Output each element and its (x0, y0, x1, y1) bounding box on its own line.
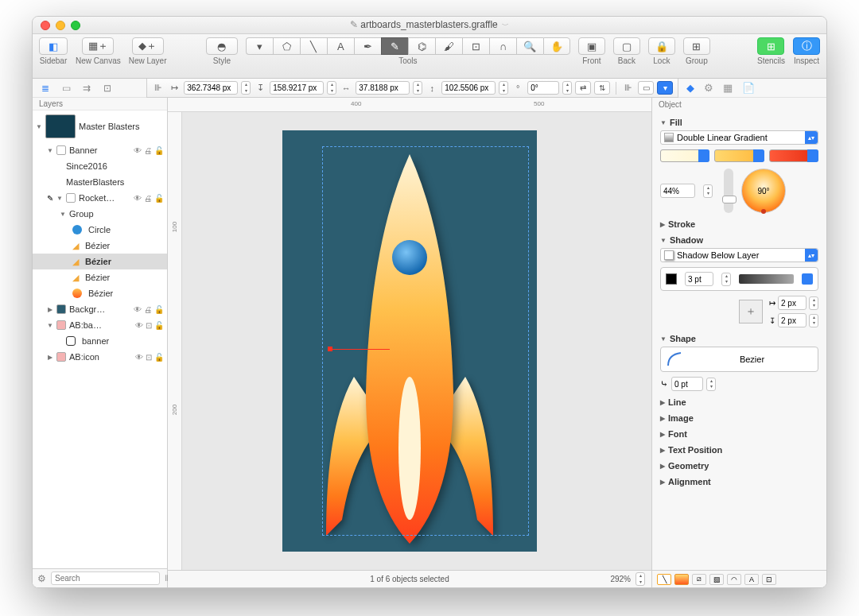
stamp-tool[interactable]: ⊡ (462, 37, 489, 55)
style-shadow-icon[interactable]: ▧ (709, 574, 724, 585)
fill-header[interactable]: ▼Fill (660, 118, 818, 127)
visibility-icon[interactable]: 👁 (134, 146, 142, 155)
font-header[interactable]: ▶Font (660, 429, 818, 439)
stencils-button[interactable]: ⊞ (757, 37, 784, 55)
textpos-header[interactable]: ▶Text Position (660, 445, 818, 455)
selection-tool[interactable]: ▾ (246, 37, 273, 55)
gear-icon[interactable]: ⚙ (37, 573, 46, 584)
group-button[interactable]: ⊞ (683, 37, 710, 55)
layer-row[interactable]: Circle (33, 222, 167, 238)
flip-h-button[interactable]: ⇄ (575, 81, 591, 95)
grid-button[interactable]: ▾ (657, 81, 673, 95)
disclosure-icon[interactable]: ▼ (56, 195, 63, 202)
alignment-header[interactable]: ▶Alignment (660, 477, 818, 486)
hand-tool[interactable]: ✋ (543, 37, 570, 55)
magnet-tool[interactable]: ∩ (489, 37, 516, 55)
selection-tab-icon[interactable]: ⊡ (101, 82, 114, 95)
chevron-down-icon[interactable]: ﹀ (502, 21, 509, 29)
document-tab-icon[interactable]: 📄 (742, 82, 755, 94)
disclosure-icon[interactable]: ▼ (47, 147, 53, 154)
bezier-point[interactable] (328, 347, 332, 351)
layer-row[interactable]: ◢Bézier (33, 269, 167, 285)
bezier-handle[interactable] (330, 349, 390, 351)
style-nofill-icon[interactable]: ⧄ (692, 574, 706, 585)
x-input[interactable] (184, 81, 238, 95)
gradient-stop-1[interactable] (660, 149, 709, 162)
gradient-stop-3[interactable] (769, 149, 818, 162)
style-image-icon[interactable]: ⊡ (762, 574, 776, 585)
layer-row-backgr[interactable]: ▶ Backgr… 👁🖨🔓 (33, 301, 167, 317)
layer-row-selected[interactable]: ◢Bézier (33, 254, 167, 269)
snap-button[interactable]: ▭ (638, 81, 654, 95)
shadow-header[interactable]: ▼Shadow (660, 235, 818, 245)
canvas-tab-icon[interactable]: ▦ (723, 82, 733, 94)
lock-icon[interactable]: 🔓 (154, 146, 164, 155)
y-input[interactable] (270, 81, 324, 95)
shape-tool[interactable]: ⬠ (273, 37, 300, 55)
inspect-button[interactable]: ⓘ (793, 37, 820, 55)
outline-tab-icon[interactable]: ▭ (60, 82, 72, 95)
layer-row-abicon[interactable]: ▶ AB:icon 👁⊡🔓 (33, 349, 167, 365)
y-stepper[interactable]: ▴▾ (327, 81, 336, 95)
layer-row[interactable]: ◢Bézier (33, 238, 167, 254)
shadow-x-input[interactable] (778, 296, 807, 310)
angle-wheel[interactable]: 90° (741, 169, 786, 213)
zoom-tool[interactable]: 🔍 (516, 37, 543, 55)
layer-row[interactable]: banner (33, 333, 167, 349)
print-icon[interactable]: 🖨 (144, 194, 152, 203)
layer-row-banner[interactable]: ▼ Banner 👁🖨🔓 (33, 142, 167, 158)
properties-tab-icon[interactable]: ⚙ (704, 82, 713, 94)
width-input[interactable] (356, 81, 410, 95)
layers-tab-icon[interactable]: ≣ (39, 82, 52, 95)
shadow-radius-stepper[interactable]: ▴▾ (721, 273, 731, 286)
stroke-header[interactable]: ▶Stroke (660, 219, 818, 229)
new-layer-button[interactable]: ◆＋ (132, 37, 164, 55)
image-header[interactable]: ▶Image (660, 413, 818, 423)
layer-row[interactable]: Bézier (33, 285, 167, 301)
layer-row-rocket[interactable]: ✎ ▼ Rocket… 👁🖨🔓 (33, 190, 167, 206)
shape-well[interactable]: Bezier (660, 347, 818, 372)
text-tool[interactable]: A (327, 37, 354, 55)
artboard[interactable] (282, 130, 537, 552)
layer-row-abba[interactable]: ▼ AB:ba… 👁⊡🔓 (33, 317, 167, 333)
new-canvas-button[interactable]: ▦＋ (82, 37, 114, 55)
shadow-radius-input[interactable] (685, 272, 713, 286)
blend-stepper[interactable]: ▴▾ (703, 184, 713, 198)
send-back-button[interactable]: ▢ (613, 37, 640, 55)
bring-front-button[interactable]: ▣ (578, 37, 605, 55)
sidebar-toggle-button[interactable]: ◧ (39, 37, 68, 55)
shadow-type-select[interactable]: Shadow Below Layer▴▾ (660, 248, 818, 262)
style-shape-icon[interactable]: ◠ (727, 574, 741, 585)
rotation-input[interactable] (527, 81, 559, 95)
geometry-header[interactable]: ▶Geometry (660, 461, 818, 471)
fill-type-select[interactable]: Double Linear Gradient▴▾ (660, 130, 818, 145)
pen-tool[interactable]: ✒ (354, 37, 381, 55)
rotation-stepper[interactable]: ▴▾ (562, 81, 572, 95)
layer-row[interactable]: Since2016 (33, 158, 167, 174)
layer-row[interactable]: MasterBlasters (33, 174, 167, 190)
style-pen-icon[interactable]: ╲ (657, 574, 671, 585)
blend-slider[interactable] (724, 169, 733, 213)
point-editor-tool[interactable]: ✎ (381, 37, 408, 55)
lock-icon[interactable]: 🔓 (154, 194, 164, 203)
print-icon[interactable]: 🖨 (144, 146, 152, 155)
lock-button[interactable]: 🔒 (648, 37, 675, 55)
visibility-icon[interactable]: 👁 (134, 194, 142, 203)
width-stepper[interactable]: ▴▾ (413, 81, 422, 95)
search-input[interactable] (51, 571, 160, 585)
shape-header[interactable]: ▼Shape (660, 334, 818, 343)
shadow-color-well[interactable] (666, 273, 677, 285)
height-stepper[interactable]: ▴▾ (499, 81, 508, 95)
layer-row-group[interactable]: ▼Group (33, 206, 167, 222)
gradient-stop-2[interactable] (714, 149, 764, 162)
style-button[interactable]: ◓ (206, 37, 238, 55)
zoom-stepper[interactable]: ▴▾ (636, 572, 645, 586)
disclosure-icon[interactable]: ▼ (36, 123, 42, 130)
blend-input[interactable] (660, 184, 695, 198)
line-header[interactable]: ▶Line (660, 397, 818, 407)
flip-v-button[interactable]: ⇅ (594, 81, 610, 95)
shadow-offset-crosshair[interactable]: ＋ (739, 300, 763, 323)
corner-stepper[interactable]: ▴▾ (706, 378, 716, 391)
style-brush-tool[interactable]: 🖌 (435, 37, 462, 55)
x-stepper[interactable]: ▴▾ (241, 81, 251, 95)
